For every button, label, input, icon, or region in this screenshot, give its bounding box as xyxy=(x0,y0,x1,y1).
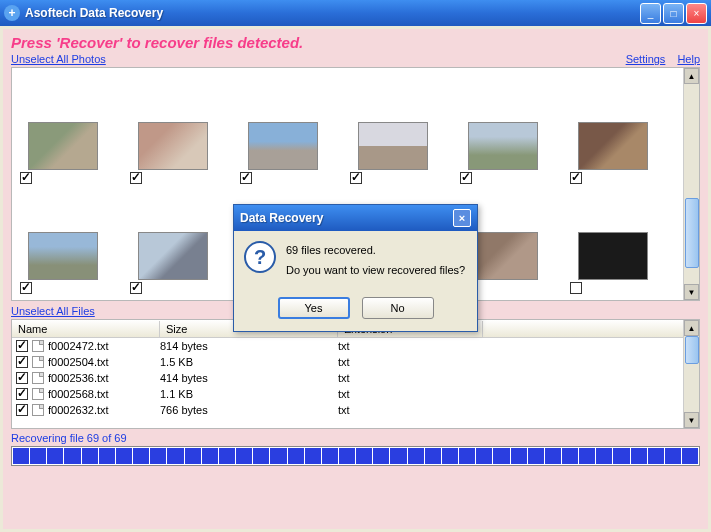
file-icon xyxy=(32,388,44,400)
file-scrollbar[interactable]: ▲ ▼ xyxy=(683,320,699,428)
col-name-header[interactable]: Name xyxy=(12,321,160,337)
progress-segment xyxy=(511,448,527,464)
photo-item[interactable] xyxy=(568,74,678,184)
progress-segment xyxy=(253,448,269,464)
scroll-thumb[interactable] xyxy=(685,198,699,268)
photo-item[interactable] xyxy=(128,74,238,184)
progress-segment xyxy=(288,448,304,464)
progress-segment xyxy=(459,448,475,464)
yes-button[interactable]: Yes xyxy=(278,297,350,319)
photo-item[interactable] xyxy=(458,74,568,184)
photo-item[interactable] xyxy=(238,74,348,184)
progress-segment xyxy=(167,448,183,464)
file-ext: txt xyxy=(338,372,483,384)
close-button[interactable]: × xyxy=(686,3,707,24)
photo-thumbnail[interactable] xyxy=(468,122,538,170)
photo-thumbnail[interactable] xyxy=(578,232,648,280)
progress-segment xyxy=(476,448,492,464)
scroll-thumb[interactable] xyxy=(685,336,699,364)
photo-item[interactable] xyxy=(18,184,128,294)
progress-segment xyxy=(528,448,544,464)
scroll-down-icon[interactable]: ▼ xyxy=(684,412,699,428)
photo-checkbox[interactable] xyxy=(570,172,582,184)
scroll-up-icon[interactable]: ▲ xyxy=(684,320,699,336)
photo-thumbnail[interactable] xyxy=(578,122,648,170)
unselect-all-photos-link[interactable]: Unselect All Photos xyxy=(11,53,106,65)
dialog-close-button[interactable]: × xyxy=(453,209,471,227)
photo-checkbox[interactable] xyxy=(130,172,142,184)
progress-segment xyxy=(30,448,46,464)
progress-segment xyxy=(356,448,372,464)
no-button[interactable]: No xyxy=(362,297,434,319)
recovery-dialog: Data Recovery × ? 69 files recovered. Do… xyxy=(233,204,478,332)
table-row[interactable]: f0002632.txt766 bytestxt xyxy=(12,402,699,418)
photo-checkbox[interactable] xyxy=(20,282,32,294)
photo-item[interactable] xyxy=(348,74,458,184)
photo-thumbnail[interactable] xyxy=(28,232,98,280)
photo-checkbox[interactable] xyxy=(20,172,32,184)
progress-segment xyxy=(682,448,698,464)
photo-scrollbar[interactable]: ▲ ▼ xyxy=(683,68,699,300)
progress-segment xyxy=(579,448,595,464)
photo-item[interactable] xyxy=(568,184,678,294)
progress-segment xyxy=(613,448,629,464)
photo-checkbox[interactable] xyxy=(130,282,142,294)
help-link[interactable]: Help xyxy=(677,53,700,65)
photo-thumbnail[interactable] xyxy=(248,122,318,170)
file-name: f0002504.txt xyxy=(48,356,160,368)
file-panel: Name Size Extension f0002472.txt814 byte… xyxy=(11,319,700,429)
photo-checkbox[interactable] xyxy=(350,172,362,184)
settings-link[interactable]: Settings xyxy=(626,53,666,65)
progress-segment xyxy=(665,448,681,464)
dialog-line1: 69 files recovered. xyxy=(286,241,465,261)
table-row[interactable]: f0002536.txt414 bytestxt xyxy=(12,370,699,386)
photo-item[interactable] xyxy=(128,184,238,294)
titlebar: + Asoftech Data Recovery _ □ × xyxy=(0,0,711,26)
progress-segment xyxy=(596,448,612,464)
photo-thumbnail[interactable] xyxy=(358,122,428,170)
table-row[interactable]: f0002568.txt1.1 KBtxt xyxy=(12,386,699,402)
file-icon xyxy=(32,340,44,352)
file-size: 1.1 KB xyxy=(160,388,338,400)
progress-segment xyxy=(545,448,561,464)
minimize-button[interactable]: _ xyxy=(640,3,661,24)
file-name: f0002568.txt xyxy=(48,388,160,400)
photo-thumbnail[interactable] xyxy=(138,232,208,280)
progress-segment xyxy=(390,448,406,464)
photo-checkbox[interactable] xyxy=(570,282,582,294)
file-checkbox[interactable] xyxy=(16,388,28,400)
photo-item[interactable] xyxy=(18,74,128,184)
progress-segment xyxy=(373,448,389,464)
photo-thumbnail[interactable] xyxy=(468,232,538,280)
file-ext: txt xyxy=(338,340,483,352)
question-icon: ? xyxy=(244,241,276,273)
progress-segment xyxy=(322,448,338,464)
progress-segment xyxy=(270,448,286,464)
col-blank-header[interactable] xyxy=(483,327,699,331)
file-icon xyxy=(32,372,44,384)
file-checkbox[interactable] xyxy=(16,372,28,384)
file-checkbox[interactable] xyxy=(16,356,28,368)
file-ext: txt xyxy=(338,356,483,368)
dialog-title: Data Recovery xyxy=(240,211,453,225)
unselect-all-files-link[interactable]: Unselect All Files xyxy=(11,305,95,317)
maximize-button[interactable]: □ xyxy=(663,3,684,24)
progress-segment xyxy=(202,448,218,464)
photo-checkbox[interactable] xyxy=(240,172,252,184)
progress-segment xyxy=(493,448,509,464)
file-checkbox[interactable] xyxy=(16,404,28,416)
file-icon xyxy=(32,404,44,416)
photo-thumbnail[interactable] xyxy=(138,122,208,170)
window-title: Asoftech Data Recovery xyxy=(25,6,640,20)
photo-thumbnail[interactable] xyxy=(28,122,98,170)
file-name: f0002472.txt xyxy=(48,340,160,352)
scroll-up-icon[interactable]: ▲ xyxy=(684,68,699,84)
table-row[interactable]: f0002472.txt814 bytestxt xyxy=(12,338,699,354)
photo-checkbox[interactable] xyxy=(460,172,472,184)
table-row[interactable]: f0002504.txt1.5 KBtxt xyxy=(12,354,699,370)
scroll-down-icon[interactable]: ▼ xyxy=(684,284,699,300)
progress-segment xyxy=(408,448,424,464)
file-checkbox[interactable] xyxy=(16,340,28,352)
progress-segment xyxy=(236,448,252,464)
file-ext: txt xyxy=(338,388,483,400)
